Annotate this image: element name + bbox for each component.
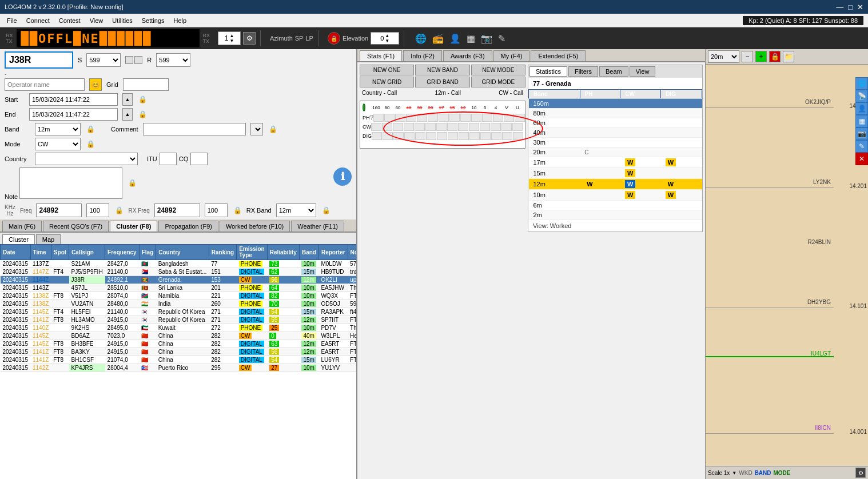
side-person-btn[interactable]: 👤 [855,102,868,115]
bs-folder-btn[interactable]: 📁 [783,51,794,62]
info-icon[interactable]: ℹ [333,167,352,186]
table-row[interactable]: 20240315 1145Z FT4 HL5FEI 21140,0 🇰🇷 Rep… [1,308,357,316]
menu-utilities[interactable]: Utilities [107,16,137,25]
table-row[interactable]: 20240315 1142Z KP4JRS 28004,4 🇵🇷 Puerto … [1,364,357,372]
itu-input[interactable] [160,153,177,165]
tab-recent[interactable]: Recent QSO's (F7) [43,221,109,231]
bst-row-17m[interactable]: 17m W W [529,157,702,168]
side-edit-btn[interactable]: ✎ [855,140,868,153]
table-row[interactable]: 20240315 1141Z FT8 BA3KY 24915,0 🇨🇳 Chin… [1,348,357,356]
tab-propagation[interactable]: Propagation (F9) [158,221,218,231]
bst-row-2m[interactable]: 2m [529,210,702,220]
callsign-input[interactable] [5,51,73,69]
bst-row-10m[interactable]: 10m W W [529,190,702,201]
table-row[interactable]: 20240315 1138Z VU2ATN 28480,0 🇮🇳 India 2… [1,300,357,308]
operator-input[interactable] [5,78,85,91]
bst-row-60m[interactable]: 60m [529,118,702,128]
bst-row-6m[interactable]: 6m [529,201,702,210]
table-row[interactable]: 20240315 1145Z FT8 BH3BFE 24915,0 🇨🇳 Chi… [1,340,357,348]
grid-input[interactable] [123,78,169,91]
country-select[interactable] [35,153,138,165]
face-button[interactable]: 😊 [89,78,102,91]
comment-dropdown[interactable] [250,123,263,135]
side-close-btn[interactable]: ✕ [855,153,868,165]
mode-select[interactable]: CW [35,138,81,150]
menu-contest[interactable]: Contest [54,16,85,25]
person-toolbar-icon[interactable]: 👤 [448,33,463,44]
side-globe-btn[interactable]: 🌐 [855,77,868,90]
bst-row-20m[interactable]: 20m C [529,147,702,157]
tab-beam[interactable]: Beam [599,66,628,77]
bst-row-15m[interactable]: 15m W [529,168,702,179]
menu-connect[interactable]: Connect [22,16,54,25]
maximize-button[interactable]: □ [848,3,853,11]
minimize-button[interactable]: — [836,3,843,11]
tab-extended[interactable]: Extended (F5) [531,50,586,61]
bs-settings-btn[interactable]: ⚙ [855,468,866,478]
freq-input[interactable] [36,203,82,217]
menu-file[interactable]: File [2,16,22,25]
side-antenna-btn[interactable]: 📡 [855,90,868,102]
close-button[interactable]: ✕ [857,3,863,11]
tab-stats[interactable]: Stats (F1) [360,50,402,61]
table-row[interactable]: 20240315 1138Z FT8 V51PJ 28074,0 🇳🇦 Nami… [1,292,357,300]
grid-mode-btn[interactable]: GRID MODE [471,77,525,87]
grid-toolbar-icon[interactable]: ▦ [465,33,477,44]
globe-toolbar-icon[interactable]: 🌐 [413,33,428,44]
menu-help[interactable]: Help [169,16,192,25]
subtab-cluster[interactable]: Cluster [2,234,35,244]
tab-awards[interactable]: Awards (F3) [443,50,492,61]
note-textarea[interactable] [19,167,122,199]
table-row[interactable]: 20240315 1141Z FT8 BH1CSF 21074,0 🇨🇳 Chi… [1,356,357,364]
spinner-down[interactable]: ▼ [229,38,234,43]
menu-view[interactable]: View [85,16,108,25]
start-datetime-input[interactable] [29,93,118,106]
tab-my[interactable]: My (F4) [493,50,530,61]
side-grid-btn[interactable]: ▦ [855,115,868,127]
end-datetime-up[interactable]: ▲ [122,108,133,121]
grid-band-btn[interactable]: GRID BAND [415,77,469,87]
rx-freq-input[interactable] [154,203,200,217]
check1[interactable] [125,56,133,64]
scale-down-btn[interactable]: ▼ [732,470,736,476]
table-row[interactable]: 20240315 1141Z FT8 HL3AMO 24915,0 🇰🇷 Rep… [1,316,357,324]
edit-toolbar-icon[interactable]: ✎ [496,33,507,44]
bst-row-80m[interactable]: 80m [529,109,702,118]
antenna-toolbar-icon[interactable]: 📻 [431,33,445,44]
tab-info[interactable]: Info (F2) [403,50,442,61]
tab-filters[interactable]: Filters [568,66,598,77]
end-datetime-input[interactable] [29,108,118,121]
bst-row-160m[interactable]: 160m [529,99,702,109]
bs-lock-btn[interactable]: 🔒 [769,51,781,62]
tab-view[interactable]: View [630,66,656,77]
band-select[interactable]: 12m [35,123,81,135]
bst-row-40m[interactable]: 40m [529,128,702,138]
bst-row-30m[interactable]: 30m [529,138,702,147]
bs-minus-btn[interactable]: − [742,51,753,62]
start-datetime-up[interactable]: ▲ [122,93,133,106]
hz-input[interactable] [86,203,109,217]
subtab-map[interactable]: Map [36,234,61,244]
menu-settings[interactable]: Settings [137,16,169,25]
new-mode-btn[interactable]: NEW MODE [471,65,525,75]
elevation-toggle-btn[interactable]: 🔒 [328,32,340,45]
spinner-up[interactable]: ▲ [229,33,234,38]
s-value-select[interactable]: 599 [86,53,121,67]
tab-statistics[interactable]: Statistics [529,66,567,77]
elev-down[interactable]: ▼ [385,38,389,43]
comment-input[interactable] [143,123,246,135]
table-row[interactable]: 20240315 1143Z 4S7JL 28510,0 🇱🇰 Sri Lank… [1,284,357,292]
table-row[interactable]: 20240315 1137Z S21AM 28427,0 🇧🇩 Banglade… [1,260,357,268]
new-band-btn[interactable]: NEW BAND [415,65,469,75]
tab-main[interactable]: Main (F6) [2,221,42,231]
new-one-btn[interactable]: NEW ONE [360,65,414,75]
table-row-active[interactable]: 20240315 1144Z J38R 24892,1 🇬🇩 Grenada 1… [1,276,357,284]
rx-hz-input[interactable] [205,203,228,217]
camera-toolbar-icon[interactable]: 📷 [479,33,494,44]
new-grid-btn[interactable]: NEW GRID [360,77,414,87]
bs-band-select[interactable]: 20m [708,50,739,63]
bst-row-12m[interactable]: 12m W W W [529,179,702,190]
bs-plus-btn[interactable]: + [755,51,767,62]
tab-cluster[interactable]: Cluster (F8) [110,221,157,231]
check2[interactable] [134,56,142,64]
